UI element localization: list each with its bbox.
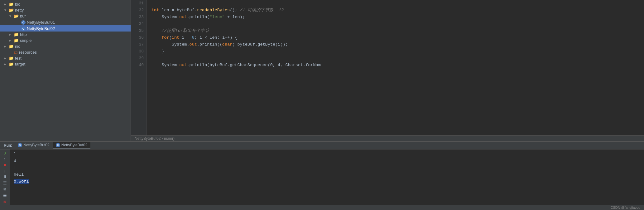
scroll-up-button[interactable]: ↑: [2, 157, 8, 162]
sidebar: ▶ 📁 bio ▼ 📂 netty ▼ 📂 buf C NettyByteBuf…: [0, 0, 131, 141]
menu2-button[interactable]: ☰: [2, 193, 8, 198]
sidebar-item-NettyByteBuf01[interactable]: C NettyByteBuf01: [0, 19, 131, 25]
code-line-31: [151, 0, 639, 7]
tab-icon-1: C: [18, 143, 22, 147]
sidebar-label-NettyByteBuf02: NettyByteBuf02: [27, 26, 55, 31]
snapshot-button[interactable]: ⊡: [2, 187, 8, 192]
sidebar-label-NettyByteBuf01: NettyByteBuf01: [27, 20, 55, 25]
run-toolbar: ↺ ↑ ■ ↓ ⏸ ☰ ⊡ ☰ ⊠ ⎙ ▾ »: [0, 149, 10, 205]
output-line-2: d: [14, 158, 640, 164]
sidebar-item-netty[interactable]: ▼ 📂 netty: [0, 7, 131, 13]
sidebar-item-http[interactable]: ▶ 📁 http: [0, 32, 131, 37]
menu-button[interactable]: ☰: [2, 181, 8, 186]
arrow-buf: ▼: [9, 14, 14, 18]
folder-icon-buf: 📂: [14, 14, 19, 18]
line-numbers: 31 32 33 34 35 36 37 38 39 40: [131, 0, 147, 135]
output-highlight: o,worl: [14, 179, 29, 184]
breadcrumb: NettyByteBuf02 › main(): [131, 135, 644, 141]
code-line-36: for ( int i = 0 ; i < len; i++) {: [151, 34, 639, 41]
run-tab-label-1: NettyByteBuf02: [23, 143, 49, 147]
java-icon-NettyByteBuf01: C: [21, 20, 26, 25]
sidebar-item-NettyByteBuf02[interactable]: C NettyByteBuf02: [0, 25, 131, 32]
arrow-test: ▶: [4, 56, 9, 60]
main-area: ▶ 📁 bio ▼ 📂 netty ▼ 📂 buf C NettyByteBuf…: [0, 0, 644, 141]
run-output: l d ! hell o,worl: [10, 149, 644, 205]
editor-area: 31 32 33 34 35 36 37 38 39 40 int len = …: [131, 0, 644, 141]
run-tabs: Run: C NettyByteBuf02 C NettyByteBuf02: [0, 142, 644, 149]
sidebar-label-test: test: [15, 56, 22, 61]
code-line-34: [151, 21, 639, 27]
java-icon-NettyByteBuf02: C: [21, 26, 26, 31]
rerun-button[interactable]: ↺: [2, 151, 8, 156]
sidebar-label-netty: netty: [15, 8, 24, 12]
run-tab-label-2: NettyByteBuf02: [61, 143, 87, 147]
sidebar-item-resources[interactable]: 🗂 resources: [0, 49, 131, 55]
run-tab-2[interactable]: C NettyByteBuf02: [53, 142, 90, 149]
breadcrumb-text: NettyByteBuf02 › main(): [135, 136, 175, 141]
output-line-1: l: [14, 151, 640, 158]
sidebar-label-nio: nio: [15, 44, 20, 49]
code-line-38: }: [151, 48, 639, 55]
code-content: 31 32 33 34 35 36 37 38 39 40 int len = …: [131, 0, 644, 135]
sidebar-label-simple: simple: [20, 38, 32, 43]
code-line-35: //使用for取出各个字节: [151, 27, 639, 34]
arrow-simple: ▶: [9, 39, 14, 42]
folder-icon-target: 📁: [9, 62, 14, 66]
arrow-nio: ▶: [4, 45, 9, 48]
stop-button[interactable]: ■: [2, 163, 8, 168]
sidebar-label-resources: resources: [19, 50, 37, 55]
arrow-http: ▶: [9, 33, 14, 36]
scroll-down-button[interactable]: ↓: [2, 169, 8, 173]
sidebar-item-test[interactable]: ▶ 📁 test: [0, 55, 131, 61]
run-label: Run:: [1, 142, 15, 149]
sidebar-label-http: http: [20, 32, 27, 37]
code-line-32: int len = byteBuf. readableBytes (); // …: [151, 7, 639, 14]
code-lines: int len = byteBuf. readableBytes (); // …: [147, 0, 644, 135]
sidebar-item-buf[interactable]: ▼ 📂 buf: [0, 13, 131, 19]
run-tab-1[interactable]: C NettyByteBuf02: [15, 142, 52, 149]
sidebar-item-bio[interactable]: ▶ 📁 bio: [0, 1, 131, 7]
code-line-37: System. out .println(( char ) byteBuf.ge…: [151, 41, 639, 48]
code-line-40: System. out .println(byteBuf.getCharSequ…: [151, 62, 639, 69]
arrow-bio: ▶: [4, 2, 9, 6]
folder-icon-bio: 📁: [9, 2, 14, 7]
tab-icon-2: C: [56, 143, 60, 147]
sidebar-label-buf: buf: [20, 14, 26, 18]
run-content: ↺ ↑ ■ ↓ ⏸ ☰ ⊡ ☰ ⊠ ⎙ ▾ » l d ! hell o,wor…: [0, 149, 644, 205]
output-line-4: hell: [14, 171, 640, 178]
folder-icon-netty: 📂: [9, 8, 14, 12]
folder-icon-nio: 📁: [9, 44, 14, 49]
sidebar-label-target: target: [15, 62, 25, 66]
sidebar-label-bio: bio: [15, 2, 20, 7]
folder-icon-simple: 📁: [14, 38, 19, 43]
bottom-status: CSDN @fangjiayou: [0, 205, 644, 210]
folder-icon-http: 📁: [14, 32, 19, 37]
arrow-target: ▶: [4, 62, 9, 66]
sidebar-item-nio[interactable]: ▶ 📁 nio: [0, 43, 131, 49]
run-panel: Run: C NettyByteBuf02 C NettyByteBuf02 ↺…: [0, 141, 644, 210]
code-line-39: [151, 55, 639, 62]
sidebar-item-simple[interactable]: ▶ 📁 simple: [0, 37, 131, 43]
arrow-netty: ▼: [4, 8, 9, 12]
folder-icon-test: 📁: [9, 56, 14, 61]
output-line-5: o,worl: [14, 178, 640, 185]
status-text: CSDN @fangjiayou: [610, 206, 640, 209]
folder-icon-resources: 🗂: [14, 50, 18, 55]
output-line-3: !: [14, 164, 640, 171]
pause-button[interactable]: ⏸: [2, 175, 8, 179]
kw-int: int: [151, 7, 159, 14]
sidebar-item-target[interactable]: ▶ 📁 target: [0, 61, 131, 67]
stop2-button[interactable]: ⊠: [2, 199, 8, 204]
code-line-33: System. out .println( "len=" + len);: [151, 14, 639, 21]
